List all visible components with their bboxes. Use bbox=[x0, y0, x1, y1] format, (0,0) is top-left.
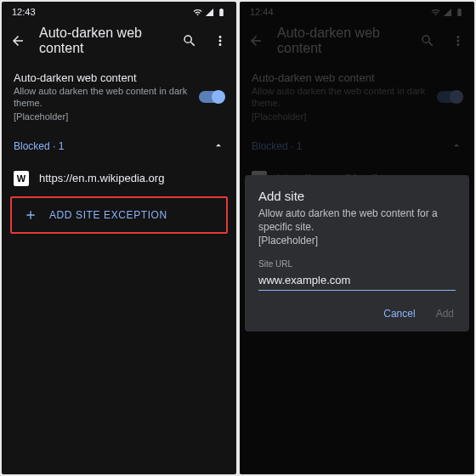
dialog-subtitle: Allow auto darken the web content for a … bbox=[258, 207, 456, 248]
status-bar: 12:43 bbox=[2, 2, 236, 19]
phone-left: 12:43 Auto-darken web content Auto-darke… bbox=[2, 2, 236, 474]
wikipedia-favicon-icon: W bbox=[14, 171, 29, 186]
setting-sub: Allow auto darken the web content in dar… bbox=[14, 85, 189, 110]
search-button[interactable] bbox=[180, 31, 199, 50]
page-title: Auto-darken web content bbox=[39, 26, 168, 56]
dialog-title: Add site bbox=[258, 189, 456, 203]
dialog-actions: Cancel Add bbox=[258, 303, 456, 325]
wifi-icon bbox=[193, 8, 202, 17]
signal-icon bbox=[205, 8, 214, 17]
phone-right: 12:44 Auto-darken web content Auto-darke… bbox=[240, 2, 474, 474]
site-url-input[interactable] bbox=[258, 270, 456, 291]
add-site-dialog: Add site Allow auto darken the web conte… bbox=[245, 175, 469, 332]
cancel-button[interactable]: Cancel bbox=[382, 303, 416, 325]
add-button[interactable]: Add bbox=[434, 303, 456, 325]
status-icons bbox=[193, 8, 226, 17]
setting-title: Auto-darken web content bbox=[14, 71, 189, 84]
plus-icon bbox=[24, 208, 37, 222]
site-url: https://en.m.wikipedia.org bbox=[39, 172, 164, 184]
blocked-section-header[interactable]: Blocked · 1 bbox=[2, 131, 236, 162]
dialog-overlay: Add site Allow auto darken the web conte… bbox=[240, 2, 474, 474]
site-url-label: Site URL bbox=[258, 259, 456, 269]
blocked-label: Blocked · 1 bbox=[14, 140, 64, 152]
add-site-exception-button[interactable]: ADD SITE EXCEPTION bbox=[10, 196, 228, 234]
blocked-site-row[interactable]: W https://en.m.wikipedia.org bbox=[2, 162, 236, 195]
toggle-switch[interactable] bbox=[199, 91, 224, 103]
back-button[interactable] bbox=[8, 31, 27, 50]
add-site-label: ADD SITE EXCEPTION bbox=[49, 209, 167, 221]
battery-icon bbox=[217, 8, 226, 17]
chevron-up-icon bbox=[212, 139, 224, 154]
setting-sub-2: [Placeholder] bbox=[14, 110, 189, 122]
overflow-menu-button[interactable] bbox=[211, 31, 230, 50]
master-toggle-row[interactable]: Auto-darken web content Allow auto darke… bbox=[2, 63, 236, 131]
clock: 12:43 bbox=[12, 7, 36, 17]
app-bar: Auto-darken web content bbox=[2, 19, 236, 63]
